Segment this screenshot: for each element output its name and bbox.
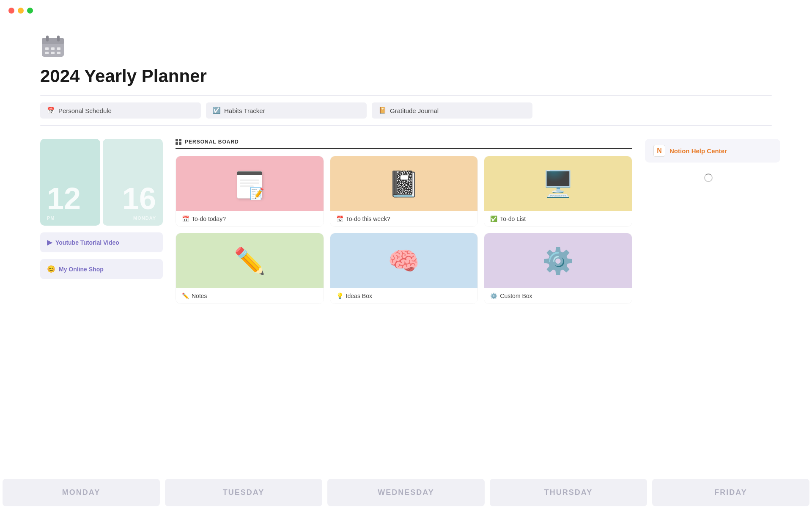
card-todo-today[interactable]: 📝 📅 To-do today? bbox=[176, 156, 324, 227]
calendar-icon: 📅 bbox=[47, 107, 55, 114]
card-todo-list[interactable]: 🖥️ ✅ To-do List bbox=[484, 156, 632, 227]
card-todo-list-icon: ✅ bbox=[490, 215, 497, 222]
clock-hour-panel: 12 PM bbox=[40, 139, 100, 226]
svg-rect-2 bbox=[46, 36, 49, 41]
days-row: MONDAY TUESDAY WEDNESDAY THURSDAY FRIDAY bbox=[0, 477, 812, 508]
card-todo-list-image: 🖥️ bbox=[484, 156, 632, 211]
maximize-button[interactable] bbox=[27, 8, 33, 14]
loading-spinner bbox=[704, 174, 713, 182]
left-panel: 12 PM 16 MONDAY ▶ Youtube Tutorial Video… bbox=[40, 139, 163, 304]
notion-icon: N bbox=[653, 145, 665, 157]
day-friday[interactable]: FRIDAY bbox=[652, 479, 809, 506]
clock-widget: 12 PM 16 MONDAY bbox=[40, 139, 163, 226]
body-layout: 12 PM 16 MONDAY ▶ Youtube Tutorial Video… bbox=[40, 139, 772, 304]
tab-personal-schedule[interactable]: 📅 Personal Schedule bbox=[40, 102, 201, 119]
board-and-sidebar: PERSONAL BOARD bbox=[176, 139, 772, 304]
svg-rect-4 bbox=[45, 47, 49, 50]
board-container: PERSONAL BOARD bbox=[176, 139, 632, 304]
youtube-icon: ▶ bbox=[47, 238, 52, 246]
shop-link[interactable]: 😊 My Online Shop bbox=[40, 259, 163, 279]
youtube-label: Youtube Tutorial Video bbox=[55, 239, 119, 246]
svg-rect-8 bbox=[51, 52, 55, 54]
tab-gratitude-journal[interactable]: 📔 Gratitude Journal bbox=[372, 102, 532, 119]
tab-personal-schedule-label: Personal Schedule bbox=[58, 107, 112, 114]
card-todo-list-label: ✅ To-do List bbox=[484, 211, 632, 226]
card-todo-today-icon: 📅 bbox=[182, 215, 189, 222]
traffic-lights bbox=[8, 8, 33, 14]
page-title: 2024 Yearly Planner bbox=[40, 66, 772, 86]
notion-help-center[interactable]: N Notion Help Center bbox=[645, 139, 780, 163]
clock-day: MONDAY bbox=[133, 215, 156, 221]
journal-icon: 📔 bbox=[379, 107, 387, 114]
svg-rect-9 bbox=[57, 52, 60, 54]
card-todo-today-image: 📝 bbox=[176, 156, 324, 211]
card-ideas-box-label: 💡 Ideas Box bbox=[330, 288, 478, 304]
card-notes[interactable]: ✏️ ✏️ Notes bbox=[176, 233, 324, 304]
day-wednesday[interactable]: WEDNESDAY bbox=[327, 479, 485, 506]
shop-icon: 😊 bbox=[47, 265, 55, 273]
card-todo-week-label: 📅 To-do this week? bbox=[330, 211, 478, 226]
bottom-divider bbox=[40, 125, 772, 126]
minimize-button[interactable] bbox=[18, 8, 24, 14]
notion-help-label: Notion Help Center bbox=[669, 147, 727, 155]
shop-label: My Online Shop bbox=[59, 266, 104, 273]
tabs-row: 📅 Personal Schedule ☑️ Habits Tracker 📔 … bbox=[40, 102, 772, 119]
clock-minute: 16 bbox=[122, 183, 156, 214]
top-divider bbox=[40, 95, 772, 96]
clock-minute-panel: 16 MONDAY bbox=[103, 139, 163, 226]
clock-ampm: PM bbox=[47, 215, 93, 221]
board-title: PERSONAL BOARD bbox=[185, 139, 239, 145]
card-ideas-box-image: 🧠 bbox=[330, 233, 478, 288]
svg-rect-3 bbox=[57, 36, 60, 41]
card-ideas-box[interactable]: 🧠 💡 Ideas Box bbox=[330, 233, 478, 304]
day-monday[interactable]: MONDAY bbox=[3, 479, 160, 506]
tab-habits-tracker[interactable]: ☑️ Habits Tracker bbox=[206, 102, 367, 119]
card-notes-image: ✏️ bbox=[176, 233, 324, 288]
card-notes-icon: ✏️ bbox=[182, 293, 189, 299]
svg-rect-5 bbox=[51, 47, 55, 50]
board-header: PERSONAL BOARD bbox=[176, 139, 632, 149]
cards-grid: 📝 📅 To-do today? 📓 bbox=[176, 156, 632, 304]
tab-gratitude-journal-label: Gratitude Journal bbox=[390, 107, 439, 114]
card-todo-week[interactable]: 📓 📅 To-do this week? bbox=[330, 156, 478, 227]
tab-habits-tracker-label: Habits Tracker bbox=[224, 107, 265, 114]
svg-rect-7 bbox=[45, 52, 49, 54]
card-notes-label: ✏️ Notes bbox=[176, 288, 324, 304]
youtube-link[interactable]: ▶ Youtube Tutorial Video bbox=[40, 232, 163, 252]
svg-rect-1 bbox=[42, 38, 64, 44]
card-todo-week-icon: 📅 bbox=[336, 215, 343, 222]
card-custom-box[interactable]: ⚙️ ⚙️ Custom Box bbox=[484, 233, 632, 304]
card-todo-today-label: 📅 To-do today? bbox=[176, 211, 324, 226]
card-custom-box-icon: ⚙️ bbox=[490, 293, 497, 299]
page-icon bbox=[40, 34, 66, 59]
day-tuesday[interactable]: TUESDAY bbox=[165, 479, 322, 506]
card-custom-box-image: ⚙️ bbox=[484, 233, 632, 288]
right-sidebar: N Notion Help Center bbox=[645, 139, 772, 186]
close-button[interactable] bbox=[8, 8, 14, 14]
card-todo-week-image: 📓 bbox=[330, 156, 478, 211]
checklist-icon: ☑️ bbox=[213, 107, 221, 114]
day-thursday[interactable]: THURSDAY bbox=[490, 479, 647, 506]
main-content: 2024 Yearly Planner 📅 Personal Schedule … bbox=[0, 0, 812, 304]
clock-hour: 12 bbox=[47, 183, 93, 214]
svg-rect-6 bbox=[57, 47, 60, 50]
card-custom-box-label: ⚙️ Custom Box bbox=[484, 288, 632, 304]
board-grid-icon bbox=[176, 139, 181, 145]
card-ideas-box-icon: 💡 bbox=[336, 293, 343, 299]
